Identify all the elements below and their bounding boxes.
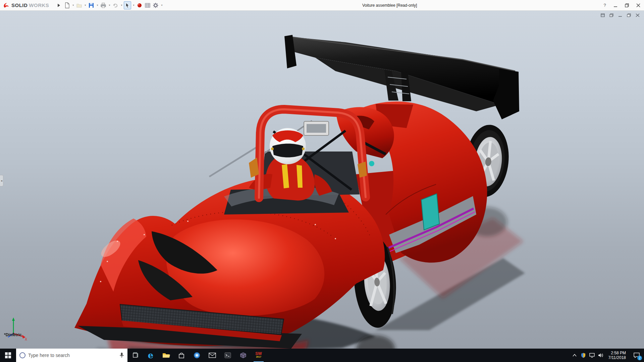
quick-access-toolbar: ▾ ▾ ▾ ▾ ▾ ▾ ▾: [63, 1, 163, 9]
taskbar-app-viewer[interactable]: [235, 349, 251, 362]
save-button[interactable]: [88, 1, 95, 9]
help-button[interactable]: ?: [600, 3, 610, 8]
start-button[interactable]: [0, 349, 16, 362]
tray-security-button[interactable]: [579, 349, 588, 362]
cad-viewer-cube-icon: [240, 352, 247, 359]
store-bag-icon: [178, 352, 185, 359]
tray-show-hidden-button[interactable]: [570, 349, 579, 362]
clock-date: 7/11/2018: [608, 355, 626, 360]
file-explorer-icon: [162, 352, 170, 359]
edge-icon: e: [148, 351, 154, 360]
system-tray: 2:58 PM 7/11/2018 2: [570, 349, 644, 362]
minimize-icon: [613, 3, 618, 7]
close-icon: [636, 3, 640, 7]
minimize-button[interactable]: [610, 0, 621, 10]
taskbar-app-console[interactable]: [220, 349, 235, 362]
printer-icon: [100, 2, 106, 8]
design-table-button[interactable]: [144, 1, 151, 9]
search-placeholder: Type here to search: [28, 353, 117, 358]
close-button[interactable]: [633, 0, 644, 10]
options-button[interactable]: [152, 1, 159, 9]
options-dropdown[interactable]: ▾: [160, 4, 163, 7]
undo-button[interactable]: [112, 1, 119, 9]
windows-taskbar: Type here to search e SW 2017: [0, 349, 644, 362]
open-dropdown[interactable]: ▾: [84, 4, 87, 7]
notification-badge: 2: [637, 356, 642, 360]
chevron-up-icon: [573, 354, 577, 357]
brand-solid: SOLID: [11, 2, 28, 8]
open-folder-icon: [76, 2, 82, 8]
solidworks-brand: SOLIDWORKS: [0, 2, 52, 9]
new-document-dropdown[interactable]: ▾: [71, 4, 75, 7]
app-titlebar: SOLIDWORKS ▾ ▾ ▾ ▾ ▾ ▾: [0, 0, 644, 11]
tray-network-button[interactable]: [588, 349, 596, 362]
network-icon: [589, 353, 595, 358]
taskbar-search-input[interactable]: Type here to search: [16, 349, 127, 362]
security-shield-icon: [581, 353, 586, 358]
view-orientation-label: *Dimetric: [4, 333, 22, 337]
tray-volume-button[interactable]: [596, 349, 605, 362]
taskbar-app-store[interactable]: [174, 349, 189, 362]
restore-icon: [625, 3, 629, 7]
microphone-icon[interactable]: [119, 352, 124, 358]
save-floppy-icon: [88, 2, 94, 8]
action-center-button[interactable]: 2: [629, 349, 644, 362]
solidworks-taskbar-icon: SW 2017: [255, 352, 262, 359]
speaker-icon: [598, 353, 603, 358]
undo-dropdown[interactable]: ▾: [120, 4, 123, 7]
window-controls: ?: [600, 0, 644, 10]
task-view-icon: [132, 352, 139, 359]
select-cursor-icon: [124, 2, 130, 8]
taskbar-app-mail[interactable]: [205, 349, 220, 362]
new-document-icon: [64, 2, 70, 8]
undo-arrow-icon: [112, 2, 118, 8]
select-dropdown[interactable]: ▾: [132, 4, 135, 7]
solidworks-logo-icon: [3, 2, 10, 9]
taskbar-app-browser[interactable]: [189, 349, 205, 362]
taskbar-clock[interactable]: 2:58 PM 7/11/2018: [605, 351, 630, 360]
taskbar-app-edge[interactable]: e: [143, 349, 158, 362]
open-button[interactable]: [75, 1, 83, 9]
print-button[interactable]: [100, 1, 107, 9]
orientation-triad: X: [8, 317, 27, 341]
console-icon: [224, 352, 231, 358]
save-dropdown[interactable]: ▾: [96, 4, 99, 7]
print-dropdown[interactable]: ▾: [108, 4, 111, 7]
taskbar-app-file-explorer[interactable]: [158, 349, 174, 362]
clock-time: 2:58 PM: [608, 351, 626, 355]
windows-logo-icon: [5, 352, 11, 358]
appearance-button[interactable]: [136, 1, 143, 9]
task-view-button[interactable]: [127, 349, 143, 362]
taskbar-app-solidworks[interactable]: SW 2017: [251, 349, 266, 362]
browser-globe-icon: [193, 352, 201, 359]
document-title: Voiture assemblee [Read-only]: [362, 3, 417, 8]
new-document-button[interactable]: [63, 1, 71, 9]
appearance-sphere-icon: [137, 2, 143, 8]
sw-year: 2017: [256, 355, 261, 359]
menu-flyout-arrow-icon[interactable]: [58, 4, 60, 7]
race-car-model[interactable]: X: [0, 0, 644, 362]
triad-x-label: X: [25, 338, 27, 341]
brand-works: WORKS: [29, 2, 49, 8]
sw-label: SW: [255, 352, 262, 355]
restore-button[interactable]: [621, 0, 633, 10]
select-button[interactable]: [124, 1, 131, 9]
table-grid-icon: [145, 2, 151, 8]
desktop-screen: ◂: [0, 0, 644, 362]
mail-envelope-icon: [209, 353, 216, 358]
gear-icon: [153, 2, 159, 8]
cortana-icon: [19, 352, 25, 358]
